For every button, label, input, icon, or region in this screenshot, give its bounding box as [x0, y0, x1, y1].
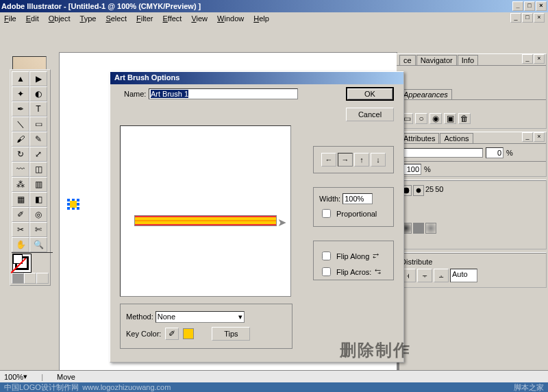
magic-wand-tool[interactable]: ✦ [12, 86, 29, 101]
menu-select[interactable]: Select [105, 14, 127, 23]
appearance-trash-icon[interactable]: 🗑 [458, 113, 471, 124]
appearance-btn-4[interactable]: ▣ [444, 113, 456, 124]
doc-close-button[interactable]: × [534, 13, 545, 23]
direction-arrow-icon: ➤ [277, 216, 286, 229]
cancel-button[interactable]: Cancel [346, 108, 394, 121]
flip-across-label: Flip Acros: [336, 268, 371, 276]
toolbox: ▲▶ ✦◐ ✒T ＼▭ 🖌✎ ↻⤢ 〰◫ ⁂▥ ▦◧ ✐◎ ✂✄ ✋🔍 [10, 69, 51, 286]
doc-restore-button[interactable]: □ [522, 13, 533, 23]
zoom-tool[interactable]: 🔍 [29, 237, 47, 252]
app-titlebar: Adobe Illustrator - [Untitled-1 @ 100% (… [0, 0, 548, 12]
menu-window[interactable]: Window [217, 14, 244, 23]
menu-filter[interactable]: Filter [136, 14, 153, 23]
pencil-tool[interactable]: ✎ [29, 132, 47, 147]
rotate-tool[interactable]: ↻ [12, 147, 29, 162]
gradient-tool[interactable]: ◧ [29, 192, 47, 207]
tab-actions[interactable]: Actions [440, 133, 473, 143]
name-input[interactable]: Art Brush 1 [149, 88, 298, 99]
size-group: Width: 100% Proportional [313, 187, 394, 227]
tab-info[interactable]: Info [458, 55, 478, 65]
eyedropper-tool[interactable]: ✐ [12, 207, 29, 222]
panel-min-icon[interactable]: _ [522, 54, 533, 64]
brush-swatch[interactable] [425, 223, 436, 234]
panel-close-icon[interactable]: × [534, 54, 545, 64]
distribute-btn[interactable]: ⫠ [434, 269, 449, 282]
maximize-button[interactable]: □ [524, 1, 535, 11]
cn-watermark: 删除制作 [340, 339, 411, 361]
method-select[interactable]: None▾ [155, 311, 245, 323]
zoom-level[interactable]: 100% [4, 373, 23, 381]
flip-group: Flip Along ⥂ Flip Acros: ⥃ [313, 241, 394, 280]
menu-edit[interactable]: Edit [26, 14, 39, 23]
menu-view[interactable]: View [191, 14, 208, 23]
ok-button[interactable]: OK [346, 87, 394, 101]
mesh-tool[interactable]: ▦ [12, 192, 29, 207]
brush-stroke-shape [134, 215, 277, 226]
lasso-tool[interactable]: ◐ [29, 86, 47, 101]
watermark-bar: 中国LOGO设计制作网 www.logozhizuowang.com 脚本之家 [0, 382, 548, 392]
line-tool[interactable]: ＼ [12, 117, 29, 132]
color-mode-btn[interactable] [12, 273, 24, 284]
fill-stroke-swatch[interactable] [12, 252, 53, 273]
appearance-btn-3[interactable]: ◉ [429, 113, 442, 124]
panel-close-icon[interactable]: × [534, 132, 545, 142]
tips-button[interactable]: Tips [212, 327, 250, 341]
attr-slider[interactable] [401, 148, 483, 158]
proportional-checkbox[interactable] [322, 209, 331, 218]
brush-swatch[interactable] [413, 223, 424, 234]
tab-navigator[interactable]: Navigator [416, 55, 457, 65]
keycolor-label: Key Color: [126, 330, 161, 338]
appearance-btn-2[interactable]: ○ [415, 113, 427, 124]
direct-selection-tool[interactable]: ▶ [29, 71, 47, 86]
auto-value[interactable]: Auto [450, 269, 477, 282]
menu-effect[interactable]: Effect [162, 14, 182, 23]
keycolor-swatch[interactable] [183, 328, 194, 339]
flip-across-checkbox[interactable] [322, 267, 331, 276]
tab-palette[interactable]: ce [399, 55, 416, 65]
doc-minimize-button[interactable]: _ [510, 13, 521, 23]
flip-along-checkbox[interactable] [322, 252, 331, 260]
warp-tool[interactable]: 〰 [12, 162, 29, 177]
attributes-panel: _× Attributes Actions 0 % 100 % [396, 132, 547, 177]
free-transform-tool[interactable]: ◫ [29, 162, 47, 177]
brush-swatch[interactable] [413, 185, 424, 196]
menu-type[interactable]: Type [80, 14, 97, 23]
direction-right-button[interactable]: → [338, 153, 353, 167]
scissors-tool[interactable]: ✄ [29, 222, 47, 237]
direction-down-button[interactable]: ↓ [371, 153, 386, 167]
selection-tool[interactable]: ▲ [12, 71, 29, 86]
menu-object[interactable]: Object [49, 14, 71, 23]
flip-along-label: Flip Along [336, 252, 369, 260]
pen-tool[interactable]: ✒ [12, 101, 29, 117]
distribute-label: Distribute [401, 258, 432, 266]
rectangle-tool[interactable]: ▭ [29, 117, 47, 132]
attr-value[interactable]: 0 [486, 147, 503, 158]
tab-attributes[interactable]: Attributes [399, 133, 439, 143]
symbol-sprayer-tool[interactable]: ⁂ [12, 177, 29, 192]
type-tool[interactable]: T [29, 101, 47, 117]
width-input[interactable]: 100% [342, 193, 373, 204]
hand-tool[interactable]: ✋ [12, 237, 29, 252]
eyedropper-icon[interactable]: ✐ [165, 328, 179, 340]
scale-tool[interactable]: ⤢ [29, 147, 47, 162]
direction-left-button[interactable]: ← [321, 153, 336, 167]
panel-min-icon[interactable]: _ [522, 132, 533, 142]
selection-handles[interactable] [67, 199, 79, 210]
chevron-down-icon[interactable]: ▾ [23, 372, 27, 381]
current-tool: Move [57, 373, 75, 381]
close-button[interactable]: × [536, 1, 547, 11]
distribute-btn[interactable]: ⫟ [417, 269, 432, 282]
graph-tool[interactable]: ▥ [29, 177, 47, 192]
gradient-mode-btn[interactable] [24, 273, 36, 284]
slice-tool[interactable]: ✂ [12, 222, 29, 237]
none-mode-btn[interactable] [36, 273, 49, 284]
paintbrush-tool[interactable]: 🖌 [12, 132, 29, 147]
minimize-button[interactable]: _ [512, 1, 523, 11]
tab-appearances[interactable]: Appearances [399, 89, 452, 99]
menu-help[interactable]: Help [253, 14, 269, 23]
menu-file[interactable]: File [4, 14, 16, 23]
direction-up-button[interactable]: ↑ [354, 153, 369, 167]
brush-preview: ➤ [120, 125, 291, 297]
method-label: Method: [126, 313, 153, 321]
blend-tool[interactable]: ◎ [29, 207, 47, 222]
